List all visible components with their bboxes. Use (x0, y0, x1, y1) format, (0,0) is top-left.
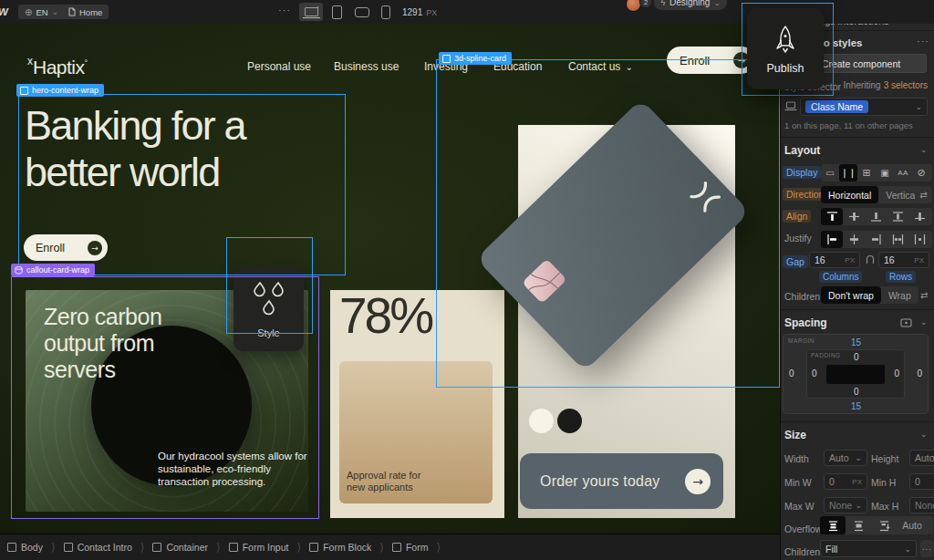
display-label: Display (783, 166, 821, 179)
align-stretch-icon[interactable] (887, 208, 908, 225)
breadcrumb-separator: ⟩ (436, 541, 441, 554)
width-input[interactable]: Auto⌄ (824, 450, 867, 466)
designing-mode-dropdown[interactable]: ϟ Designing ⌄ (654, 0, 727, 10)
element-type-icon (309, 543, 318, 552)
breakpoint-more-icon[interactable]: ··· (278, 5, 291, 16)
justify-center-icon[interactable] (843, 231, 865, 248)
children-sizing-dropdown[interactable]: Fill⌄ (820, 540, 917, 557)
spacing-section-title[interactable]: Spacing (784, 316, 827, 329)
class-chip[interactable]: Class Name (805, 100, 868, 113)
breadcrumb-item-contact-intro[interactable]: Contact Intro (64, 542, 132, 553)
columns-link[interactable]: Columns (819, 271, 862, 283)
color-swatch-black[interactable] (557, 409, 582, 433)
display-inline-block-icon[interactable]: ▣ (876, 164, 894, 181)
site-logo[interactable]: xHaptix° (27, 55, 88, 78)
direction-reverse-icon[interactable]: ⇄ (915, 186, 932, 203)
overflow-visible-icon[interactable] (820, 516, 846, 534)
webflow-logo[interactable]: w (0, 4, 8, 18)
layout-section-title[interactable]: Layout (784, 144, 820, 157)
rows-link[interactable]: Rows (886, 271, 916, 283)
overflow-scroll-icon[interactable] (871, 516, 897, 534)
max-width-input[interactable]: None⌄ (824, 497, 867, 513)
align-end-icon[interactable] (865, 208, 887, 225)
breadcrumb-item-container[interactable]: Container (152, 542, 208, 553)
wrap-reverse-icon[interactable]: ⇄ (920, 290, 928, 300)
size-section-title[interactable]: Size (784, 429, 806, 441)
globe-icon: ⊕ (25, 7, 32, 17)
padding-label: PADDING (811, 352, 841, 358)
chevron-down-icon[interactable]: ⌄ (920, 430, 928, 439)
children-sizing-more-icon[interactable]: ··· (920, 540, 933, 557)
tablet-icon[interactable] (332, 5, 342, 19)
margin-left-value[interactable]: 0 (789, 368, 794, 379)
spacing-widget[interactable]: MARGIN 15 0 0 15 PADDING 0 0 0 0 (783, 334, 929, 414)
padding-top-value[interactable]: 0 (854, 352, 859, 362)
spacing-mode-icon[interactable] (900, 318, 912, 327)
breadcrumb-separator: ⟩ (296, 541, 301, 554)
element-label-hero-content-wrap[interactable]: hero-content-wrap (16, 84, 104, 97)
breadcrumb-separator: ⟩ (379, 541, 384, 554)
align-start-icon[interactable] (821, 208, 843, 225)
justify-end-icon[interactable] (865, 231, 887, 248)
margin-bottom-value[interactable]: 15 (851, 401, 861, 411)
display-block-icon[interactable]: ▭ (821, 164, 839, 181)
nav-link-business-use[interactable]: Business use (334, 60, 399, 73)
webflow-designer: xHaptix° Personal use Business use Inves… (0, 0, 934, 560)
gap-link-icon[interactable] (865, 254, 876, 265)
margin-top-value[interactable]: 15 (851, 337, 861, 347)
breakpoint-desktop-button[interactable]: * (299, 3, 323, 21)
justify-space-between-icon[interactable] (887, 231, 908, 248)
breadcrumb-item-form-input[interactable]: Form Input (229, 542, 289, 553)
chevron-down-icon[interactable]: ⌄ (920, 317, 928, 327)
display-flex-icon[interactable]: ❘❘ (839, 164, 857, 181)
justify-button-group (821, 231, 932, 248)
selector-more-icon[interactable]: ··· (917, 36, 929, 47)
breadcrumb-item-form-block[interactable]: Form Block (309, 542, 371, 553)
column-gap-input[interactable]: 16PX (809, 252, 860, 268)
tablet-landscape-icon[interactable] (355, 7, 369, 17)
display-inline-icon[interactable]: AA (894, 164, 912, 181)
publish-popup[interactable]: Publish (747, 8, 824, 89)
justify-label: Justify (784, 233, 812, 244)
align-center-icon[interactable] (843, 208, 865, 225)
element-label-3d-spline-card[interactable]: 3d-spline-card (439, 52, 512, 65)
display-grid-icon[interactable]: ⊞ (857, 164, 876, 181)
chevron-down-icon[interactable]: ⌄ (920, 145, 928, 154)
direction-horizontal-button[interactable]: Horizontal (821, 186, 878, 203)
margin-right-value[interactable]: 0 (917, 368, 922, 379)
min-height-input[interactable]: 0PX (909, 473, 934, 490)
align-baseline-icon[interactable] (908, 208, 930, 225)
overflow-hidden-icon[interactable] (846, 516, 871, 534)
breadcrumb-separator: ⟩ (51, 541, 56, 554)
justify-start-icon[interactable] (821, 231, 843, 248)
min-width-input[interactable]: 0PX (824, 473, 867, 490)
height-input[interactable]: Auto⌄ (909, 450, 934, 466)
dont-wrap-button[interactable]: Don't wrap (821, 286, 881, 304)
nav-link-personal-use[interactable]: Personal use (247, 60, 311, 73)
class-name-input[interactable]: Class Name ⌄ (800, 98, 928, 116)
breadcrumb-item-form[interactable]: Form (392, 542, 429, 553)
collaborator-count-badge[interactable]: 2 (639, 0, 652, 8)
row-gap-input[interactable]: 16PX (878, 252, 929, 268)
order-button[interactable]: Order yours today → (520, 453, 723, 509)
element-label-callout-card-wrap[interactable]: callout-card-wrap (11, 264, 95, 276)
wrap-button[interactable]: Wrap (881, 286, 918, 304)
max-height-input[interactable]: None⌄ (909, 497, 934, 513)
inheriting-readout[interactable]: Inheriting 3 selectors (844, 80, 929, 90)
align-label: Align (783, 210, 811, 223)
phone-icon[interactable] (381, 5, 390, 19)
display-none-icon[interactable]: ⊘ (912, 164, 930, 181)
justify-space-around-icon[interactable] (908, 231, 930, 248)
page-selector[interactable]: Home (62, 5, 109, 19)
selection-box-style-tooltip (226, 237, 313, 334)
breadcrumb-item-body[interactable]: Body (7, 542, 43, 553)
locale-switcher[interactable]: ⊕ EN ⌄ (18, 5, 65, 19)
padding-left-value[interactable]: 0 (812, 368, 817, 379)
max-height-label: Max H (871, 501, 898, 512)
overflow-auto-button[interactable]: Auto (897, 517, 928, 534)
color-swatch-white[interactable] (529, 409, 554, 433)
padding-widget[interactable]: PADDING 0 0 0 0 (806, 349, 905, 399)
breakpoint-width-readout[interactable]: 1291 PX (402, 7, 437, 17)
padding-right-value[interactable]: 0 (894, 368, 899, 379)
padding-bottom-value[interactable]: 0 (854, 387, 859, 397)
